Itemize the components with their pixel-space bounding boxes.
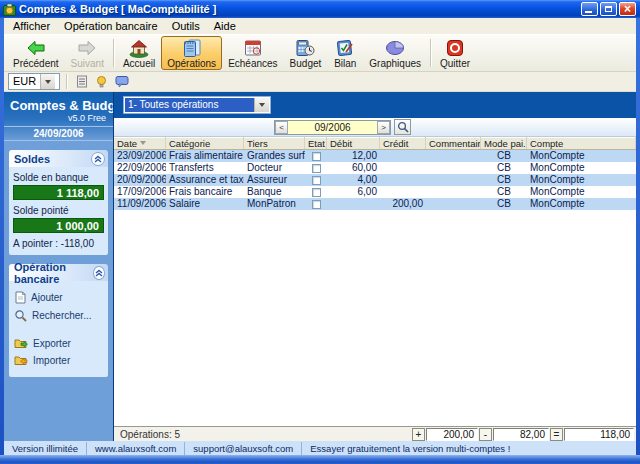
calendar-icon	[241, 38, 265, 58]
currency-select[interactable]: EUR	[8, 73, 60, 90]
operations-status-row: Opérations: 5 + 200,00 - 82,00 = 118,00	[114, 426, 636, 441]
table-row[interactable]: 17/09/2006 Frais bancaire Banque 6,00 CB…	[114, 186, 636, 198]
column-header-compte[interactable]: Compte	[527, 137, 636, 149]
table-row[interactable]: 20/09/2006 Assurance et taxes . Assureur…	[114, 174, 636, 186]
chevron-up-icon	[94, 155, 102, 163]
rechercher-link[interactable]: Rechercher...	[14, 309, 103, 322]
support-email-link[interactable]: support@alauxsoft.com	[185, 442, 302, 455]
suivant-button: Suivant	[65, 36, 110, 70]
period-nav-row: < 09/2006 >	[114, 118, 636, 137]
period-next-button[interactable]: >	[377, 121, 390, 134]
toolbar-separator	[113, 39, 114, 67]
tip-button[interactable]	[93, 74, 110, 90]
converter-icon	[76, 75, 88, 88]
column-header-credit[interactable]: Crédit	[380, 137, 426, 149]
exporter-link[interactable]: Exporter	[14, 337, 103, 349]
menu-aide[interactable]: Aide	[207, 19, 243, 33]
converter-button[interactable]	[73, 74, 90, 90]
menu-outils[interactable]: Outils	[165, 19, 207, 33]
menu-operation-bancaire[interactable]: Opération bancaire	[57, 19, 165, 33]
quitter-button[interactable]: Quitter	[434, 36, 476, 70]
window-title: Comptes & Budget [ MaComptabilité ]	[19, 3, 216, 15]
etat-checkbox[interactable]	[312, 164, 321, 173]
report-check-icon	[333, 38, 357, 58]
current-date: 24/09/2006	[4, 126, 113, 141]
column-header-mode-paiement[interactable]: Mode pai...	[481, 137, 527, 149]
speech-bubble-icon	[115, 75, 129, 88]
etat-checkbox[interactable]	[312, 152, 321, 161]
operations-count: Opérations: 5	[120, 429, 180, 440]
export-folder-icon	[14, 337, 28, 349]
chevron-down-icon[interactable]	[40, 74, 55, 89]
filter-value: 1- Toutes opérations	[125, 98, 254, 112]
echeances-button[interactable]: Echéances	[222, 36, 283, 70]
app-title: Comptes & Budget	[4, 96, 113, 113]
table-empty-area	[114, 210, 636, 426]
period-value: 09/2006	[288, 122, 377, 133]
soldes-panel-title: Soldes	[14, 153, 50, 165]
soldes-panel-header[interactable]: Soldes	[9, 150, 108, 167]
application-window: Comptes & Budget [ MaComptabilité ] Affi…	[0, 0, 640, 464]
a-pointer-value: A pointer : -118,00	[13, 238, 104, 249]
table-row[interactable]: 23/09/2006 Frais alimentaire Grandes sur…	[114, 150, 636, 162]
toolbar-separator	[430, 39, 431, 67]
totals-group: + 200,00 - 82,00 = 118,00	[412, 428, 634, 441]
graphiques-button[interactable]: Graphiques	[363, 36, 427, 70]
column-header-date[interactable]: Date	[114, 137, 166, 149]
filter-select[interactable]: 1- Toutes opérations	[123, 96, 271, 114]
total-debit-value: 82,00	[493, 428, 549, 441]
column-header-etat[interactable]: Etat	[305, 137, 327, 149]
upgrade-message[interactable]: Essayer gratuitement la version multi-co…	[302, 442, 518, 455]
chevron-up-icon	[95, 269, 103, 277]
notepad-icon	[180, 38, 204, 58]
lamp-icon	[95, 75, 108, 88]
restore-button[interactable]	[600, 2, 617, 16]
table-row[interactable]: 22/09/2006 Transferts Docteur 60,00 CB M…	[114, 162, 636, 174]
bilan-button[interactable]: Bilan	[327, 36, 363, 70]
window-frame: Afficher Opération bancaire Outils Aide …	[0, 18, 640, 455]
ajouter-link[interactable]: Ajouter	[14, 291, 103, 304]
column-header-categorie[interactable]: Catégorie	[166, 137, 244, 149]
operation-panel-header[interactable]: Opération bancaire	[9, 264, 108, 281]
minimize-button[interactable]	[581, 2, 598, 16]
equals-icon: =	[550, 428, 563, 441]
column-header-debit[interactable]: Débit	[327, 137, 380, 149]
search-period-button[interactable]	[394, 119, 411, 135]
period-prev-button[interactable]: <	[275, 121, 288, 134]
precedent-button[interactable]: Précédent	[7, 36, 65, 70]
operation-panel-title: Opération bancaire	[14, 261, 93, 285]
calculator-clock-icon	[293, 38, 317, 58]
minus-icon: -	[479, 428, 492, 441]
table-header: Date Catégorie Tiers Etat Débit Crédit C…	[114, 137, 636, 150]
column-header-commentaire[interactable]: Commentaire	[426, 137, 481, 149]
collapse-button[interactable]	[91, 152, 105, 166]
etat-checkbox[interactable]	[312, 188, 321, 197]
sidebar-header: Comptes & Budget v5.0 Free 24/09/2006	[4, 92, 113, 141]
accueil-button[interactable]: Accueil	[117, 36, 161, 70]
etat-checkbox[interactable]	[312, 200, 321, 209]
importer-link[interactable]: Importer	[14, 354, 103, 366]
comment-button[interactable]	[113, 74, 130, 90]
budget-button[interactable]: Budget	[284, 36, 328, 70]
chevron-down-icon[interactable]	[254, 98, 269, 112]
app-icon	[3, 3, 16, 16]
operations-button[interactable]: Opérations	[161, 36, 222, 70]
solde-banque-value: 1 118,00	[13, 185, 104, 200]
arrow-left-icon	[24, 38, 48, 58]
solde-pointe-value: 1 000,00	[13, 218, 104, 233]
import-folder-icon	[14, 354, 28, 366]
close-button[interactable]	[619, 2, 636, 16]
currency-bar: EUR	[4, 72, 636, 92]
pie-chart-icon	[383, 38, 407, 58]
period-field: < 09/2006 >	[274, 120, 391, 135]
table-row[interactable]: 11/09/2006 Salaire MonPatron 200,00 CB M…	[114, 198, 636, 210]
close-icon	[624, 3, 631, 15]
total-credit-value: 200,00	[426, 428, 478, 441]
sort-desc-icon	[140, 141, 146, 145]
collapse-button[interactable]	[93, 266, 105, 280]
etat-checkbox[interactable]	[312, 176, 321, 185]
website-link[interactable]: www.alauxsoft.com	[87, 442, 185, 455]
menu-afficher[interactable]: Afficher	[6, 19, 57, 33]
column-header-tiers[interactable]: Tiers	[244, 137, 305, 149]
balance-value: 118,00	[564, 428, 634, 441]
